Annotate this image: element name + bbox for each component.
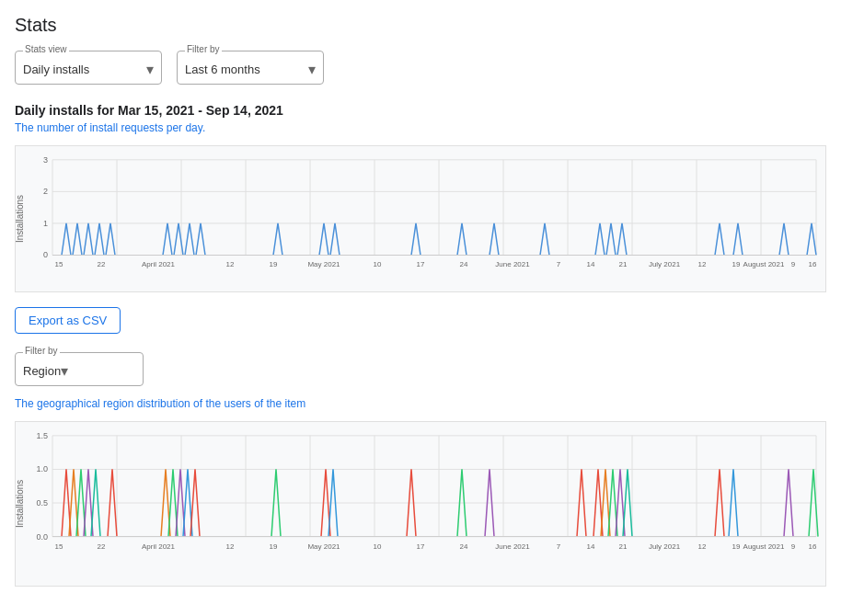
region-arrow-icon: ▾	[61, 362, 68, 380]
svg-text:22: 22	[98, 542, 106, 551]
stats-view-arrow-icon: ▾	[146, 61, 154, 78]
svg-text:21: 21	[619, 542, 628, 551]
chart1-subtitle: The number of install requests per day.	[15, 121, 826, 134]
filter-by-dropdown[interactable]: Filter by Last 6 months ▾	[177, 51, 324, 85]
controls-row: Stats view Daily installs ▾ Filter by La…	[15, 51, 826, 85]
chart2-container: Installations 1.5 1.0 0.5 0.0	[15, 421, 826, 587]
svg-text:May 2021: May 2021	[307, 260, 340, 268]
stats-view-select[interactable]: Daily installs ▾	[23, 55, 154, 80]
svg-text:12: 12	[698, 260, 707, 268]
svg-text:2: 2	[43, 187, 48, 196]
svg-text:21: 21	[619, 260, 628, 268]
svg-text:May 2021: May 2021	[307, 542, 340, 551]
filter-by-value: Last 6 months	[185, 63, 260, 76]
filter-by-arrow-icon: ▾	[308, 61, 316, 78]
svg-text:19: 19	[732, 260, 741, 268]
svg-text:16: 16	[809, 260, 817, 268]
svg-text:10: 10	[374, 542, 382, 551]
export-csv-button[interactable]: Export as CSV	[15, 307, 121, 334]
svg-text:April 2021: April 2021	[142, 542, 176, 551]
svg-text:17: 17	[417, 542, 425, 551]
stats-view-value: Daily installs	[23, 63, 89, 76]
region-section: Filter by Region ▾ The geographical regi…	[15, 352, 826, 587]
svg-text:12: 12	[698, 542, 707, 551]
svg-text:0.0: 0.0	[36, 532, 48, 542]
region-value: Region	[23, 364, 61, 378]
svg-text:22: 22	[98, 260, 106, 268]
page-title: Stats	[15, 15, 826, 36]
svg-text:15: 15	[55, 542, 63, 551]
filter-by-select[interactable]: Last 6 months ▾	[185, 55, 316, 80]
chart1-section: Daily installs for Mar 15, 2021 - Sep 14…	[15, 103, 826, 292]
filter-by-label: Filter by	[185, 44, 222, 54]
svg-text:15: 15	[55, 260, 63, 268]
svg-text:July 2021: July 2021	[649, 542, 681, 551]
svg-text:1.5: 1.5	[36, 431, 48, 440]
svg-text:June 2021: June 2021	[495, 260, 530, 268]
svg-text:August 2021: August 2021	[743, 260, 785, 268]
svg-text:16: 16	[809, 542, 817, 551]
svg-text:12: 12	[226, 260, 235, 268]
svg-text:12: 12	[226, 542, 235, 551]
svg-text:19: 19	[732, 542, 741, 551]
svg-text:7: 7	[557, 260, 561, 268]
svg-text:Installations: Installations	[16, 195, 25, 243]
chart1-svg: Installations 3 2 1 0	[16, 146, 825, 291]
region-select[interactable]: Region ▾	[23, 357, 68, 382]
svg-text:9: 9	[791, 260, 796, 268]
chart2-subtitle: The geographical region distribution of …	[15, 397, 826, 410]
svg-text:24: 24	[460, 542, 468, 551]
region-dropdown[interactable]: Filter by Region ▾	[15, 352, 144, 386]
svg-text:June 2021: June 2021	[495, 542, 530, 551]
svg-text:10: 10	[374, 260, 382, 268]
svg-text:April 2021: April 2021	[142, 260, 176, 268]
svg-text:19: 19	[270, 260, 278, 268]
svg-text:August 2021: August 2021	[743, 542, 785, 551]
svg-text:7: 7	[557, 542, 561, 551]
stats-view-dropdown[interactable]: Stats view Daily installs ▾	[15, 51, 162, 85]
svg-text:24: 24	[460, 260, 468, 268]
chart1-container: Installations 3 2 1 0	[15, 145, 826, 292]
svg-text:19: 19	[270, 542, 278, 551]
region-filter-label: Filter by	[23, 346, 60, 356]
svg-text:0: 0	[43, 251, 48, 260]
svg-text:1: 1	[43, 219, 48, 228]
chart2-svg: Installations 1.5 1.0 0.5 0.0	[16, 422, 825, 586]
svg-text:July 2021: July 2021	[649, 260, 681, 268]
svg-text:Installations: Installations	[16, 480, 25, 528]
svg-text:14: 14	[587, 542, 595, 551]
svg-text:0.5: 0.5	[36, 498, 48, 508]
svg-text:17: 17	[417, 260, 425, 268]
chart1-title: Daily installs for Mar 15, 2021 - Sep 14…	[15, 103, 826, 118]
svg-text:9: 9	[791, 542, 796, 551]
stats-view-label: Stats view	[23, 44, 69, 54]
svg-text:1.0: 1.0	[36, 464, 48, 473]
svg-text:14: 14	[587, 260, 595, 268]
svg-text:3: 3	[43, 155, 48, 165]
